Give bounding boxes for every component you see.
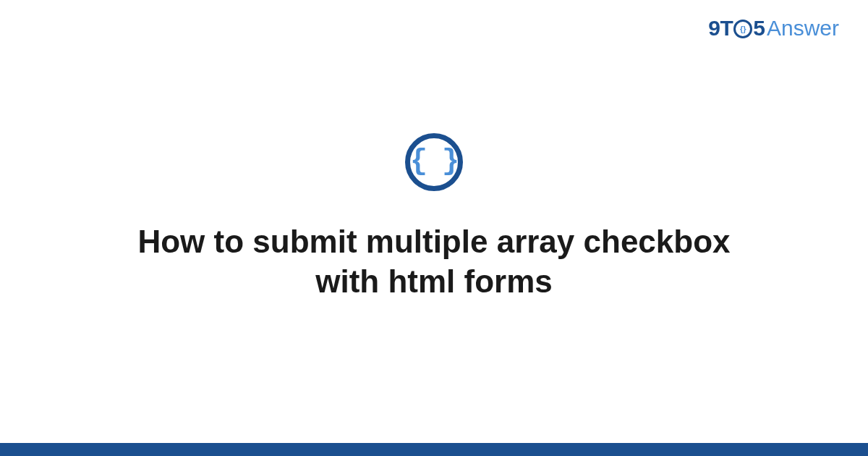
braces-glyph: { } [410,148,458,177]
page-title: How to submit multiple array checkbox wi… [109,221,760,301]
main-content: { } How to submit multiple array checkbo… [0,0,868,456]
code-braces-icon: { } [405,133,463,191]
footer-accent-bar [0,443,868,456]
